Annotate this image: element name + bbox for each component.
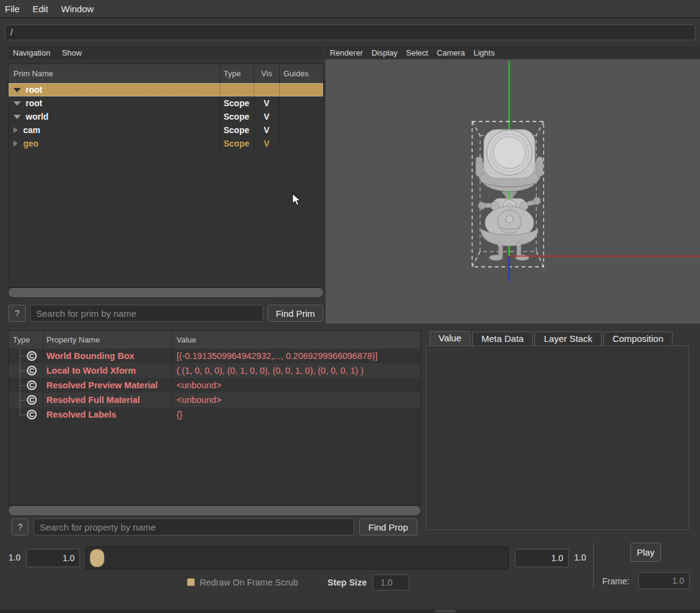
property-search-input[interactable] (34, 518, 354, 535)
prim-vis[interactable]: V (254, 96, 280, 110)
property-row[interactable]: C World Bounding Box [(-0.19135099649429… (9, 349, 420, 363)
computed-property-icon: C (27, 380, 37, 390)
step-size-input[interactable] (373, 575, 409, 590)
range-start-label: 1.0 (9, 553, 20, 562)
redraw-checkbox[interactable] (187, 578, 195, 586)
window-bottom-edge (0, 609, 700, 613)
prim-label: geo (23, 139, 38, 148)
header-guides[interactable]: Guides (280, 64, 323, 83)
tree-hscrollbar[interactable] (8, 288, 324, 298)
redraw-label: Redraw On Frame Scrub (200, 578, 298, 587)
header-prop-type[interactable]: Type (9, 331, 43, 349)
property-header: Type Property Name Value (9, 331, 420, 349)
property-hscrollbar-handle[interactable] (9, 506, 420, 515)
inspector-tabs: Value Meta Data Layer Stack Composition (426, 331, 690, 346)
prim-guides (280, 137, 323, 150)
range-start-input[interactable] (26, 549, 80, 567)
header-prim-name[interactable]: Prim Name (9, 64, 221, 83)
property-value: {} (173, 407, 420, 422)
property-row[interactable]: C Resolved Full Material <unbound> (9, 393, 420, 407)
header-prop-value[interactable]: Value (173, 331, 420, 349)
property-name: Resolved Labels (43, 407, 173, 422)
property-search-row: ? Find Prop (12, 518, 421, 535)
menu-edit[interactable]: Edit (32, 4, 48, 14)
menu-display[interactable]: Display (371, 48, 398, 57)
find-prop-button[interactable]: Find Prop (359, 518, 417, 535)
prim-vis[interactable]: V (254, 137, 280, 150)
property-value: ( (1, 0, 0, 0), (0, 1, 0, 0), (0, 0, 1, … (173, 363, 420, 378)
find-prim-button[interactable]: Find Prim (268, 305, 323, 322)
property-row[interactable]: C Resolved Labels {} (9, 407, 420, 422)
property-name: World Bounding Box (43, 349, 173, 363)
frame-label: Frame: (602, 576, 629, 586)
inspector-panel: Value Meta Data Layer Stack Composition (426, 331, 690, 531)
menu-renderer[interactable]: Renderer (330, 48, 363, 57)
tree-row-root-selected[interactable]: root (9, 83, 323, 96)
computed-property-icon: C (27, 366, 37, 375)
step-size-label: Step Size (327, 578, 366, 587)
frame-slider-handle[interactable] (90, 549, 104, 567)
property-search-help-button[interactable]: ? (12, 518, 29, 535)
expander-right-icon[interactable] (13, 127, 18, 133)
menu-lights[interactable]: Lights (473, 48, 495, 57)
menu-camera[interactable]: Camera (437, 48, 465, 57)
expander-down-icon[interactable] (13, 115, 21, 119)
expander-down-icon[interactable] (13, 88, 21, 92)
tree-row-world[interactable]: world Scope V (9, 110, 323, 123)
frame-slider[interactable] (86, 546, 509, 570)
tree-row-geo[interactable]: geo Scope V (9, 137, 323, 150)
prim-type: Scope (221, 123, 254, 137)
property-hscrollbar[interactable] (8, 506, 421, 516)
viewport-panel: Renderer Display Select Camera Lights (326, 46, 700, 324)
header-vis[interactable]: Vis (254, 64, 280, 83)
property-table: Type Property Name Value C World Boundin… (8, 330, 421, 506)
tree-row-cam[interactable]: cam Scope V (9, 123, 323, 137)
computed-property-icon: C (27, 395, 37, 405)
header-type[interactable]: Type (221, 64, 254, 83)
range-end-input[interactable] (515, 549, 569, 567)
header-prop-name[interactable]: Property Name (43, 331, 173, 349)
prim-tree: Prim Name Type Vis Guides root root Scop… (8, 63, 324, 288)
play-button[interactable]: Play (630, 543, 661, 562)
prim-path-input[interactable] (5, 24, 695, 40)
prim-type: Scope (221, 110, 254, 123)
prim-guides (280, 110, 323, 123)
menu-window[interactable]: Window (61, 4, 93, 14)
prim-search-help-button[interactable]: ? (9, 305, 26, 322)
prim-vis[interactable]: V (254, 110, 280, 123)
frame-input[interactable] (638, 572, 690, 589)
prim-label: cam (23, 125, 40, 135)
property-panel: Type Property Name Value C World Boundin… (8, 330, 421, 537)
tab-composition[interactable]: Composition (603, 332, 673, 346)
menu-show[interactable]: Show (62, 48, 82, 57)
property-value: [(-0.1913509964942932,..., 0.20692999660… (173, 349, 420, 363)
property-name: Resolved Preview Material (43, 378, 173, 393)
property-name: Local to World Xform (43, 363, 173, 378)
menu-select[interactable]: Select (406, 48, 428, 57)
prim-label: root (26, 98, 42, 108)
prim-tree-panel: Navigation Show Prim Name Type Vis Guide… (8, 46, 324, 324)
prim-guides (280, 83, 323, 96)
resize-grip[interactable] (435, 610, 456, 612)
menu-file[interactable]: File (5, 4, 20, 14)
prim-guides (280, 96, 323, 110)
computed-property-icon: C (27, 410, 37, 419)
prim-vis[interactable] (254, 83, 280, 96)
prim-search-input[interactable] (30, 305, 263, 322)
expander-down-icon[interactable] (13, 101, 21, 106)
viewport-menubar: Renderer Display Select Camera Lights (326, 46, 700, 59)
viewport-canvas[interactable] (326, 59, 700, 324)
prim-label: root (26, 85, 42, 95)
property-value: <unbound> (173, 378, 420, 393)
property-row[interactable]: C Resolved Preview Material <unbound> (9, 378, 420, 393)
prim-search-row: ? Find Prim (9, 305, 324, 322)
tree-hscrollbar-handle[interactable] (9, 288, 323, 297)
tree-row-root[interactable]: root Scope V (9, 96, 323, 110)
tab-value[interactable]: Value (429, 331, 470, 346)
menu-navigation[interactable]: Navigation (13, 48, 50, 57)
expander-right-icon[interactable] (13, 140, 18, 147)
prim-vis[interactable]: V (254, 123, 280, 137)
tab-layer-stack[interactable]: Layer Stack (534, 332, 601, 346)
property-row[interactable]: C Local to World Xform ( (1, 0, 0, 0), (… (9, 363, 420, 378)
tab-meta-data[interactable]: Meta Data (472, 332, 533, 346)
